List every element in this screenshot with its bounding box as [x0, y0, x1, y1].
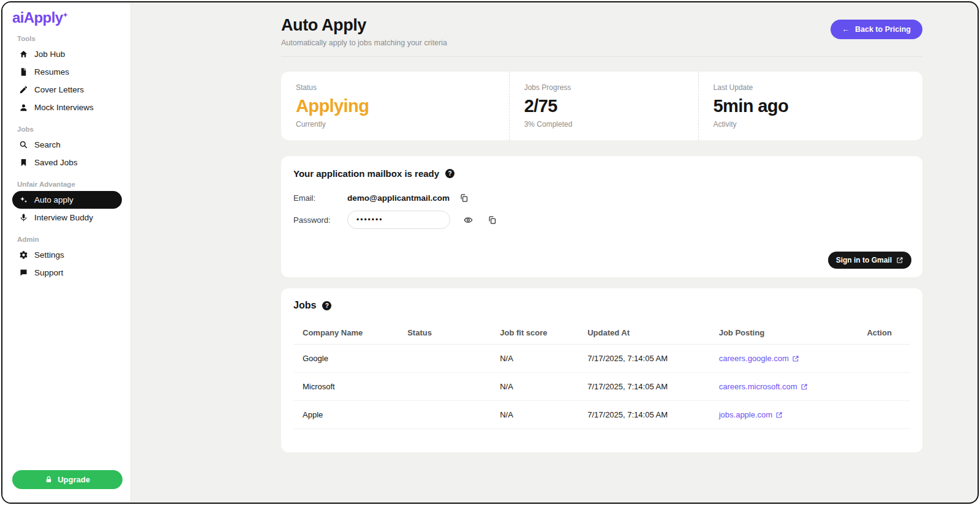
page-header: Auto Apply Automatically apply to jobs m…	[281, 16, 922, 47]
sidebar-item-label: Saved Jobs	[34, 158, 78, 167]
sidebar-section-unfair-advantage: Unfair Advantage	[17, 181, 122, 188]
job-posting-link[interactable]: jobs.apple.com	[719, 410, 783, 419]
company-cell: Microsoft	[293, 382, 398, 391]
upgrade-button[interactable]: Upgrade	[12, 470, 123, 489]
column-header-updated-at: Updated At	[578, 328, 709, 337]
external-link-icon	[792, 355, 799, 362]
sidebar-item-label: Job Hub	[34, 50, 65, 59]
header-divider	[281, 56, 922, 57]
sign-in-to-gmail-button[interactable]: Sign in to Gmail	[828, 252, 911, 269]
job-posting-link[interactable]: careers.google.com	[719, 354, 799, 363]
help-icon[interactable]: ?	[322, 301, 331, 310]
page-subtitle: Automatically apply to jobs matching you…	[281, 39, 447, 47]
sparkle-icon: ✦	[62, 12, 67, 18]
sidebar-item-label: Mock Interviews	[34, 103, 94, 112]
external-link-icon	[801, 383, 808, 391]
back-to-pricing-label: Back to Pricing	[855, 25, 911, 34]
fit-score-cell: N/A	[491, 354, 578, 363]
stat-label: Last Update	[714, 83, 908, 92]
microphone-icon	[19, 213, 28, 222]
company-cell: Google	[293, 354, 398, 363]
sidebar: aiApply✦ Tools Job Hub Resumes Cover Let…	[2, 2, 131, 503]
copy-email-button[interactable]	[459, 193, 469, 203]
sparkles-icon	[19, 195, 28, 204]
help-icon[interactable]: ?	[445, 169, 454, 178]
progress-value: 2/75	[524, 96, 684, 116]
stat-status: Status Applying Currently	[281, 72, 509, 140]
person-icon	[19, 103, 28, 112]
stat-sub: Currently	[296, 120, 494, 129]
show-password-button[interactable]	[464, 215, 473, 225]
sidebar-item-label: Interview Buddy	[34, 213, 93, 222]
sidebar-item-mock-interviews[interactable]: Mock Interviews	[12, 99, 122, 116]
sidebar-item-label: Auto apply	[34, 195, 74, 204]
stat-last-update: Last Update 5min ago Activity	[698, 72, 922, 140]
brand-logo: aiApply✦	[12, 10, 122, 26]
job-posting-link[interactable]: careers.microsoft.com	[719, 382, 808, 391]
table-row: Microsoft N/A 7/17/2025, 7:14:05 AM care…	[293, 373, 910, 401]
fit-score-cell: N/A	[491, 382, 578, 391]
column-header-company: Company Name	[293, 328, 398, 337]
company-cell: Apple	[293, 410, 398, 419]
sidebar-item-saved-jobs[interactable]: Saved Jobs	[12, 154, 122, 171]
sidebar-item-settings[interactable]: Settings	[12, 246, 122, 264]
column-header-fit-score: Job fit score	[491, 328, 578, 337]
gmail-button-label: Sign in to Gmail	[836, 256, 892, 264]
sidebar-item-cover-letters[interactable]: Cover Letters	[12, 81, 122, 99]
table-row: Google N/A 7/17/2025, 7:14:05 AM careers…	[293, 345, 910, 373]
mailbox-card: Your application mailbox is ready ? Emai…	[281, 156, 922, 277]
jobs-title: Jobs	[293, 300, 316, 311]
copy-password-button[interactable]	[488, 215, 497, 225]
bookmark-icon	[19, 158, 28, 167]
stat-jobs-progress: Jobs Progress 2/75 3% Completed	[509, 72, 698, 140]
password-label: Password:	[293, 215, 347, 225]
arrow-left-icon: ←	[842, 25, 850, 34]
mailbox-title: Your application mailbox is ready	[293, 168, 439, 179]
copy-icon	[488, 215, 497, 225]
jobs-table: Company Name Status Job fit score Update…	[293, 321, 910, 429]
status-value: Applying	[296, 96, 494, 116]
stat-label: Jobs Progress	[524, 83, 684, 92]
updated-at-cell: 7/17/2025, 7:14:05 AM	[578, 410, 709, 419]
stat-label: Status	[296, 83, 494, 92]
main-content: Auto Apply Automatically apply to jobs m…	[131, 2, 978, 503]
page-title: Auto Apply	[281, 16, 447, 35]
eye-icon	[464, 215, 473, 225]
updated-at-cell: 7/17/2025, 7:14:05 AM	[578, 354, 709, 363]
sidebar-section-tools: Tools	[17, 35, 122, 42]
column-header-action: Action	[858, 328, 910, 337]
sidebar-section-admin: Admin	[17, 236, 122, 243]
stat-sub: Activity	[714, 120, 908, 129]
sidebar-item-label: Cover Letters	[34, 85, 84, 94]
back-to-pricing-button[interactable]: ← Back to Pricing	[831, 20, 923, 39]
document-icon	[19, 67, 28, 77]
sidebar-section-jobs: Jobs	[17, 125, 122, 133]
table-row: Apple N/A 7/17/2025, 7:14:05 AM jobs.app…	[293, 401, 910, 429]
gear-icon	[19, 250, 28, 260]
sidebar-item-label: Search	[34, 140, 61, 149]
sidebar-item-job-hub[interactable]: Job Hub	[12, 45, 122, 63]
job-posting-url: jobs.apple.com	[719, 410, 772, 419]
column-header-job-posting: Job Posting	[710, 328, 858, 337]
upgrade-button-label: Upgrade	[58, 475, 90, 484]
sidebar-item-search[interactable]: Search	[12, 136, 122, 154]
sidebar-item-support[interactable]: Support	[12, 264, 122, 282]
pen-icon	[19, 85, 28, 94]
stats-card: Status Applying Currently Jobs Progress …	[281, 72, 922, 140]
sidebar-item-auto-apply[interactable]: Auto apply	[12, 191, 122, 209]
job-posting-url: careers.microsoft.com	[719, 382, 797, 391]
sidebar-item-resumes[interactable]: Resumes	[12, 63, 122, 81]
email-label: Email:	[293, 193, 347, 203]
copy-icon	[459, 193, 469, 203]
external-link-icon	[896, 256, 903, 264]
sidebar-item-label: Support	[34, 268, 63, 277]
job-posting-url: careers.google.com	[719, 354, 789, 363]
sidebar-item-interview-buddy[interactable]: Interview Buddy	[12, 209, 122, 226]
app-window: aiApply✦ Tools Job Hub Resumes Cover Let…	[1, 1, 979, 504]
external-link-icon	[775, 411, 783, 419]
table-header-row: Company Name Status Job fit score Update…	[293, 321, 910, 345]
lock-icon	[45, 476, 53, 484]
last-update-value: 5min ago	[714, 96, 908, 116]
home-icon	[19, 50, 28, 59]
password-field[interactable]	[347, 211, 450, 229]
